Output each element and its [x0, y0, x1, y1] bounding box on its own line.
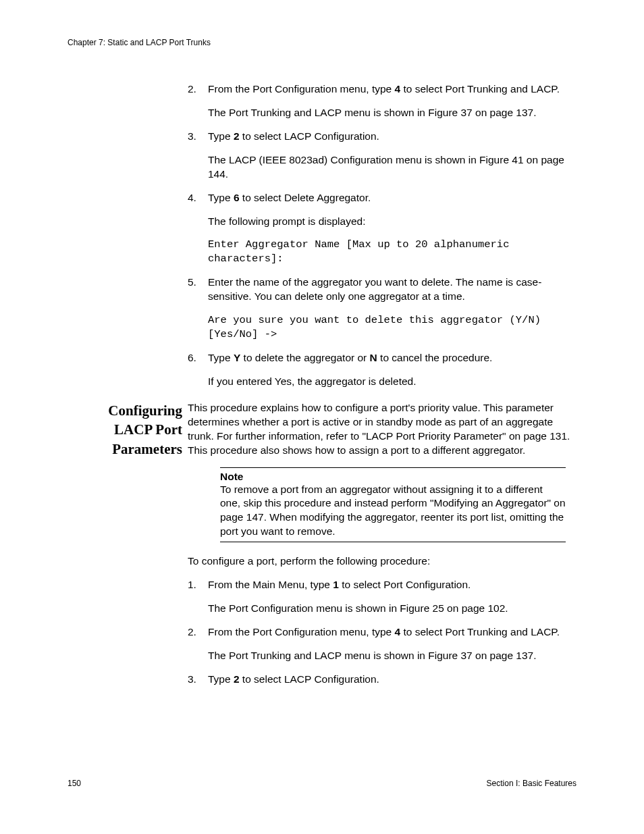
page-number: 150: [68, 779, 81, 788]
list-item-1: 1. From the Main Menu, type 1 to select …: [188, 578, 576, 616]
prompt-text: Enter Aggregator Name [Max up to 20 alph…: [208, 238, 576, 266]
step-result: The following prompt is displayed:: [208, 215, 576, 229]
list-item-5: 5. Enter the name of the aggregator you …: [188, 276, 576, 342]
list-number: 5.: [188, 276, 208, 342]
step-text: From the Port Configuration menu, type 4…: [208, 82, 576, 97]
step-text: Type 2 to select LACP Configuration.: [208, 130, 576, 144]
list-item-3: 3. Type 2 to select LACP Configuration. …: [188, 130, 576, 182]
list-number: 2.: [188, 625, 208, 663]
step-text: Enter the name of the aggregator you wan…: [208, 276, 576, 304]
page-container: Chapter 7: Static and LACP Port Trunks 2…: [0, 0, 644, 834]
list-item-3b: 3. Type 2 to select LACP Configuration.: [188, 673, 576, 687]
note-text: To remove a port from an aggregator with…: [220, 483, 566, 540]
section-body: This procedure explains how to configure…: [188, 401, 576, 687]
step-text: Type Y to delete the aggregator or N to …: [208, 351, 576, 365]
step-text: Type 6 to select Delete Aggregator.: [208, 191, 576, 205]
section-heading-col: Configuring LACP Port Parameters: [68, 401, 182, 459]
step-text: Type 2 to select LACP Configuration.: [208, 673, 576, 687]
note-label: Note: [220, 471, 566, 483]
step-text: From the Port Configuration menu, type 4…: [208, 625, 576, 640]
list-item-2b: 2. From the Port Configuration menu, typ…: [188, 625, 576, 663]
step-result: The Port Configuration menu is shown in …: [208, 602, 576, 616]
list-number: 4.: [188, 191, 208, 267]
step-result: If you entered Yes, the aggregator is de…: [208, 375, 576, 389]
section-intro: This procedure explains how to configure…: [188, 401, 576, 458]
list-number: 6.: [188, 351, 208, 389]
step-result: The LACP (IEEE 8023ad) Configuration men…: [208, 153, 576, 182]
section-heading: Configuring LACP Port Parameters: [68, 401, 182, 459]
step-text: From the Main Menu, type 1 to select Por…: [208, 578, 576, 592]
running-header: Chapter 7: Static and LACP Port Trunks: [68, 38, 576, 47]
step-result: The Port Trunking and LACP menu is shown…: [208, 106, 576, 120]
note-rule-top: [220, 467, 566, 468]
section-configuring: Configuring LACP Port Parameters This pr…: [68, 401, 576, 696]
note-box: Note To remove a port from an aggregator…: [220, 467, 566, 543]
footer-section: Section I: Basic Features: [487, 779, 576, 788]
list-item-4: 4. Type 6 to select Delete Aggregator. T…: [188, 191, 576, 267]
list-number: 2.: [188, 82, 208, 120]
note-rule-bottom: [220, 542, 566, 542]
list-item-2: 2. From the Port Configuration menu, typ…: [188, 82, 576, 120]
step-result: The Port Trunking and LACP menu is shown…: [208, 649, 576, 663]
list-number: 3.: [188, 673, 208, 687]
footer: 150 Section I: Basic Features: [68, 779, 576, 788]
content-area: 2. From the Port Configuration menu, typ…: [68, 82, 576, 696]
procedure-lead: To configure a port, perform the followi…: [188, 554, 576, 569]
list-item-6: 6. Type Y to delete the aggregator or N …: [188, 351, 576, 389]
prompt-text: Are you sure you want to delete this agg…: [208, 313, 576, 342]
top-list: 2. From the Port Configuration menu, typ…: [188, 82, 576, 389]
list-number: 3.: [188, 130, 208, 182]
list-number: 1.: [188, 578, 208, 616]
